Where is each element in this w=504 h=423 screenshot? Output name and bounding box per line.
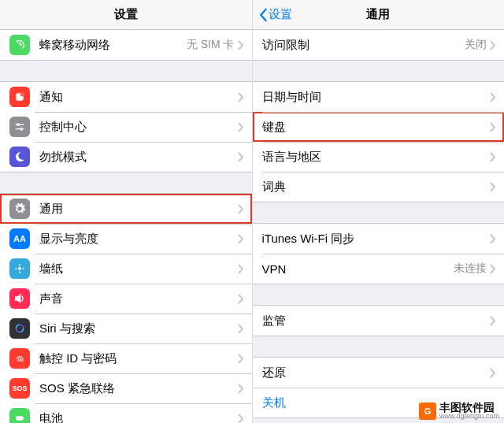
shutdown-label: 关机 bbox=[262, 395, 286, 410]
moon-icon bbox=[9, 147, 30, 167]
row-cellular[interactable]: 蜂窝移动网络 无 SIM 卡 bbox=[0, 30, 252, 60]
chevron-right-icon bbox=[238, 384, 244, 394]
row-notifications[interactable]: 通知 bbox=[0, 82, 252, 112]
chevron-right-icon bbox=[490, 92, 496, 102]
row-label: 墙纸 bbox=[39, 262, 238, 276]
row-label: Siri 与搜索 bbox=[39, 321, 238, 336]
chevron-right-icon bbox=[238, 234, 244, 244]
row-label: iTunes Wi-Fi 同步 bbox=[262, 232, 491, 247]
chevron-right-icon bbox=[238, 152, 244, 162]
row-dictionary[interactable]: 词典 bbox=[253, 172, 505, 202]
row-label: 通用 bbox=[39, 202, 238, 217]
row-shutdown[interactable]: 关机 bbox=[253, 388, 505, 417]
header: 设置 bbox=[0, 0, 252, 30]
chevron-right-icon bbox=[238, 414, 244, 424]
chevron-right-icon bbox=[238, 354, 244, 364]
row-label: 监管 bbox=[262, 314, 491, 328]
chevron-right-icon bbox=[238, 122, 244, 132]
row-reset[interactable]: 还原 bbox=[253, 358, 505, 388]
svg-point-2 bbox=[17, 124, 20, 126]
chevron-right-icon bbox=[238, 204, 244, 214]
row-label: 键盘 bbox=[262, 120, 491, 135]
page-title: 通用 bbox=[366, 7, 390, 22]
row-value: 关闭 bbox=[465, 38, 487, 52]
row-label: 蜂窝移动网络 bbox=[39, 38, 187, 53]
sos-icon: SOS bbox=[9, 378, 30, 399]
row-label: 语言与地区 bbox=[262, 150, 491, 165]
group-itunes: iTunes Wi-Fi 同步 VPN 未连接 bbox=[253, 223, 505, 284]
chevron-right-icon bbox=[238, 40, 244, 50]
row-datetime[interactable]: 日期与时间 bbox=[253, 82, 505, 112]
row-label: 声音 bbox=[39, 291, 238, 306]
row-itunes-wifi[interactable]: iTunes Wi-Fi 同步 bbox=[253, 224, 505, 254]
row-touchid[interactable]: 触控 ID 与密码 bbox=[0, 343, 252, 373]
row-battery[interactable]: 电池 bbox=[0, 403, 252, 423]
chevron-right-icon bbox=[490, 264, 496, 274]
row-label: VPN bbox=[262, 262, 454, 276]
antenna-icon bbox=[9, 35, 30, 55]
row-sos[interactable]: SOS SOS 紧急联络 bbox=[0, 373, 252, 403]
battery-icon bbox=[9, 408, 30, 423]
row-display[interactable]: AA 显示与亮度 bbox=[0, 224, 252, 254]
chevron-right-icon bbox=[490, 40, 496, 50]
row-language[interactable]: 语言与地区 bbox=[253, 142, 505, 172]
row-label: 通知 bbox=[39, 90, 238, 105]
row-dnd[interactable]: 勿扰模式 bbox=[0, 142, 252, 172]
chevron-right-icon bbox=[238, 264, 244, 274]
row-value: 未连接 bbox=[454, 262, 487, 276]
row-label: 电池 bbox=[39, 411, 238, 424]
notification-icon bbox=[9, 87, 30, 107]
group-notifications: 通知 控制中心 勿扰模式 bbox=[0, 81, 252, 173]
row-label: 还原 bbox=[262, 365, 491, 380]
group-datetime: 日期与时间 键盘 语言与地区 词典 bbox=[253, 81, 505, 202]
row-sounds[interactable]: 声音 bbox=[0, 284, 252, 314]
chevron-right-icon bbox=[490, 182, 496, 192]
gear-icon bbox=[9, 199, 30, 219]
header: 设置 通用 bbox=[253, 0, 505, 30]
display-icon: AA bbox=[9, 228, 30, 249]
chevron-right-icon bbox=[490, 316, 496, 326]
page-title: 设置 bbox=[114, 7, 138, 22]
row-label: 勿扰模式 bbox=[39, 150, 238, 165]
chevron-right-icon bbox=[490, 122, 496, 132]
row-label: 日期与时间 bbox=[262, 90, 491, 105]
chevron-right-icon bbox=[490, 234, 496, 244]
chevron-right-icon bbox=[238, 92, 244, 102]
general-list: 访问限制 关闭 日期与时间 键盘 语言与地区 词典 bbox=[253, 30, 505, 423]
row-wallpaper[interactable]: 墙纸 bbox=[0, 254, 252, 284]
row-siri[interactable]: Siri 与搜索 bbox=[0, 314, 252, 343]
svg-point-1 bbox=[20, 92, 24, 96]
settings-screen: 设置 蜂窝移动网络 无 SIM 卡 通知 bbox=[0, 0, 253, 423]
chevron-right-icon bbox=[238, 324, 244, 334]
wallpaper-icon bbox=[9, 258, 30, 279]
svg-rect-12 bbox=[23, 417, 24, 420]
group-reset: 还原 关机 bbox=[253, 357, 505, 418]
group-cellular: 蜂窝移动网络 无 SIM 卡 bbox=[0, 30, 252, 61]
row-label: 显示与亮度 bbox=[39, 232, 238, 247]
group-restrictions: 访问限制 关闭 bbox=[253, 30, 505, 61]
chevron-right-icon bbox=[238, 294, 244, 304]
row-label: 词典 bbox=[262, 180, 491, 195]
svg-rect-11 bbox=[16, 416, 23, 420]
settings-list: 蜂窝移动网络 无 SIM 卡 通知 控制中心 bbox=[0, 30, 252, 423]
row-keyboard[interactable]: 键盘 bbox=[253, 112, 505, 142]
chevron-right-icon bbox=[490, 368, 496, 378]
row-vpn[interactable]: VPN 未连接 bbox=[253, 254, 505, 284]
siri-icon bbox=[9, 318, 30, 339]
svg-point-8 bbox=[18, 267, 21, 270]
row-general[interactable]: 通用 bbox=[0, 194, 252, 224]
group-general: 通用 AA 显示与亮度 墙纸 声音 bbox=[0, 193, 252, 423]
back-button[interactable]: 设置 bbox=[258, 7, 292, 22]
sound-icon bbox=[9, 288, 30, 309]
group-supervision: 监管 bbox=[253, 305, 505, 336]
back-label: 设置 bbox=[269, 7, 292, 22]
control-center-icon bbox=[9, 117, 30, 137]
row-control-center[interactable]: 控制中心 bbox=[0, 112, 252, 142]
row-supervision[interactable]: 监管 bbox=[253, 306, 505, 336]
row-label: 触控 ID 与密码 bbox=[39, 351, 238, 366]
touchid-icon bbox=[9, 348, 30, 369]
row-label: SOS 紧急联络 bbox=[39, 381, 238, 396]
row-restrictions[interactable]: 访问限制 关闭 bbox=[253, 30, 505, 60]
general-screen: 设置 通用 访问限制 关闭 日期与时间 键盘 语言与地区 bbox=[253, 0, 505, 423]
chevron-right-icon bbox=[490, 152, 496, 162]
